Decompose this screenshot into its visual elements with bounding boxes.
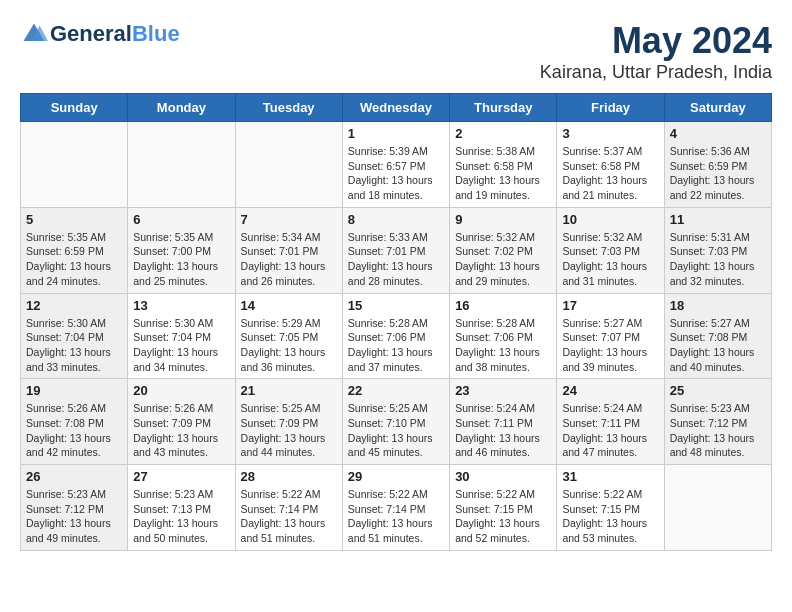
day-info: Sunrise: 5:35 AMSunset: 7:00 PMDaylight:… bbox=[133, 230, 229, 289]
page-title: May 2024 bbox=[540, 20, 772, 62]
day-number: 28 bbox=[241, 469, 337, 484]
day-info: Sunrise: 5:26 AMSunset: 7:09 PMDaylight:… bbox=[133, 401, 229, 460]
day-number: 4 bbox=[670, 126, 766, 141]
day-info: Sunrise: 5:28 AMSunset: 7:06 PMDaylight:… bbox=[455, 316, 551, 375]
calendar-cell: 10Sunrise: 5:32 AMSunset: 7:03 PMDayligh… bbox=[557, 207, 664, 293]
weekday-header-monday: Monday bbox=[128, 94, 235, 122]
calendar-cell: 30Sunrise: 5:22 AMSunset: 7:15 PMDayligh… bbox=[450, 465, 557, 551]
day-number: 11 bbox=[670, 212, 766, 227]
day-number: 8 bbox=[348, 212, 444, 227]
calendar-cell: 7Sunrise: 5:34 AMSunset: 7:01 PMDaylight… bbox=[235, 207, 342, 293]
day-info: Sunrise: 5:27 AMSunset: 7:08 PMDaylight:… bbox=[670, 316, 766, 375]
day-number: 24 bbox=[562, 383, 658, 398]
weekday-header-row: SundayMondayTuesdayWednesdayThursdayFrid… bbox=[21, 94, 772, 122]
day-number: 27 bbox=[133, 469, 229, 484]
day-info: Sunrise: 5:38 AMSunset: 6:58 PMDaylight:… bbox=[455, 144, 551, 203]
day-info: Sunrise: 5:30 AMSunset: 7:04 PMDaylight:… bbox=[26, 316, 122, 375]
day-number: 25 bbox=[670, 383, 766, 398]
day-info: Sunrise: 5:23 AMSunset: 7:13 PMDaylight:… bbox=[133, 487, 229, 546]
weekday-header-wednesday: Wednesday bbox=[342, 94, 449, 122]
logo-icon bbox=[20, 20, 48, 48]
day-info: Sunrise: 5:36 AMSunset: 6:59 PMDaylight:… bbox=[670, 144, 766, 203]
day-info: Sunrise: 5:23 AMSunset: 7:12 PMDaylight:… bbox=[26, 487, 122, 546]
weekday-header-saturday: Saturday bbox=[664, 94, 771, 122]
calendar-cell: 28Sunrise: 5:22 AMSunset: 7:14 PMDayligh… bbox=[235, 465, 342, 551]
calendar-cell: 19Sunrise: 5:26 AMSunset: 7:08 PMDayligh… bbox=[21, 379, 128, 465]
day-info: Sunrise: 5:27 AMSunset: 7:07 PMDaylight:… bbox=[562, 316, 658, 375]
day-number: 23 bbox=[455, 383, 551, 398]
calendar-cell: 22Sunrise: 5:25 AMSunset: 7:10 PMDayligh… bbox=[342, 379, 449, 465]
day-number: 18 bbox=[670, 298, 766, 313]
day-number: 30 bbox=[455, 469, 551, 484]
calendar-cell: 11Sunrise: 5:31 AMSunset: 7:03 PMDayligh… bbox=[664, 207, 771, 293]
calendar-cell: 29Sunrise: 5:22 AMSunset: 7:14 PMDayligh… bbox=[342, 465, 449, 551]
day-number: 31 bbox=[562, 469, 658, 484]
day-number: 20 bbox=[133, 383, 229, 398]
calendar-cell: 8Sunrise: 5:33 AMSunset: 7:01 PMDaylight… bbox=[342, 207, 449, 293]
weekday-header-sunday: Sunday bbox=[21, 94, 128, 122]
calendar-cell: 17Sunrise: 5:27 AMSunset: 7:07 PMDayligh… bbox=[557, 293, 664, 379]
day-info: Sunrise: 5:30 AMSunset: 7:04 PMDaylight:… bbox=[133, 316, 229, 375]
calendar-week-5: 26Sunrise: 5:23 AMSunset: 7:12 PMDayligh… bbox=[21, 465, 772, 551]
calendar-cell: 5Sunrise: 5:35 AMSunset: 6:59 PMDaylight… bbox=[21, 207, 128, 293]
day-number: 5 bbox=[26, 212, 122, 227]
day-info: Sunrise: 5:22 AMSunset: 7:14 PMDaylight:… bbox=[348, 487, 444, 546]
weekday-header-friday: Friday bbox=[557, 94, 664, 122]
day-number: 17 bbox=[562, 298, 658, 313]
title-block: May 2024 Kairana, Uttar Pradesh, India bbox=[540, 20, 772, 83]
logo: GeneralBlue bbox=[20, 20, 180, 48]
day-info: Sunrise: 5:25 AMSunset: 7:09 PMDaylight:… bbox=[241, 401, 337, 460]
day-info: Sunrise: 5:22 AMSunset: 7:15 PMDaylight:… bbox=[562, 487, 658, 546]
calendar-cell: 1Sunrise: 5:39 AMSunset: 6:57 PMDaylight… bbox=[342, 122, 449, 208]
day-info: Sunrise: 5:24 AMSunset: 7:11 PMDaylight:… bbox=[455, 401, 551, 460]
calendar-week-1: 1Sunrise: 5:39 AMSunset: 6:57 PMDaylight… bbox=[21, 122, 772, 208]
calendar-cell: 6Sunrise: 5:35 AMSunset: 7:00 PMDaylight… bbox=[128, 207, 235, 293]
calendar-cell bbox=[128, 122, 235, 208]
page-header: GeneralBlue May 2024 Kairana, Uttar Prad… bbox=[20, 20, 772, 83]
day-number: 16 bbox=[455, 298, 551, 313]
calendar-cell bbox=[235, 122, 342, 208]
day-number: 26 bbox=[26, 469, 122, 484]
day-number: 14 bbox=[241, 298, 337, 313]
day-info: Sunrise: 5:25 AMSunset: 7:10 PMDaylight:… bbox=[348, 401, 444, 460]
day-info: Sunrise: 5:32 AMSunset: 7:03 PMDaylight:… bbox=[562, 230, 658, 289]
day-number: 12 bbox=[26, 298, 122, 313]
calendar-cell: 13Sunrise: 5:30 AMSunset: 7:04 PMDayligh… bbox=[128, 293, 235, 379]
day-info: Sunrise: 5:34 AMSunset: 7:01 PMDaylight:… bbox=[241, 230, 337, 289]
calendar-cell: 23Sunrise: 5:24 AMSunset: 7:11 PMDayligh… bbox=[450, 379, 557, 465]
day-number: 6 bbox=[133, 212, 229, 227]
day-info: Sunrise: 5:26 AMSunset: 7:08 PMDaylight:… bbox=[26, 401, 122, 460]
calendar-cell: 2Sunrise: 5:38 AMSunset: 6:58 PMDaylight… bbox=[450, 122, 557, 208]
day-number: 9 bbox=[455, 212, 551, 227]
day-number: 1 bbox=[348, 126, 444, 141]
calendar-cell: 26Sunrise: 5:23 AMSunset: 7:12 PMDayligh… bbox=[21, 465, 128, 551]
calendar-week-2: 5Sunrise: 5:35 AMSunset: 6:59 PMDaylight… bbox=[21, 207, 772, 293]
calendar-cell: 16Sunrise: 5:28 AMSunset: 7:06 PMDayligh… bbox=[450, 293, 557, 379]
calendar-cell bbox=[21, 122, 128, 208]
weekday-header-tuesday: Tuesday bbox=[235, 94, 342, 122]
day-number: 3 bbox=[562, 126, 658, 141]
calendar-week-4: 19Sunrise: 5:26 AMSunset: 7:08 PMDayligh… bbox=[21, 379, 772, 465]
calendar-week-3: 12Sunrise: 5:30 AMSunset: 7:04 PMDayligh… bbox=[21, 293, 772, 379]
calendar-cell: 18Sunrise: 5:27 AMSunset: 7:08 PMDayligh… bbox=[664, 293, 771, 379]
day-number: 21 bbox=[241, 383, 337, 398]
weekday-header-thursday: Thursday bbox=[450, 94, 557, 122]
calendar-cell: 25Sunrise: 5:23 AMSunset: 7:12 PMDayligh… bbox=[664, 379, 771, 465]
calendar-cell: 21Sunrise: 5:25 AMSunset: 7:09 PMDayligh… bbox=[235, 379, 342, 465]
day-info: Sunrise: 5:29 AMSunset: 7:05 PMDaylight:… bbox=[241, 316, 337, 375]
day-number: 10 bbox=[562, 212, 658, 227]
calendar-cell: 14Sunrise: 5:29 AMSunset: 7:05 PMDayligh… bbox=[235, 293, 342, 379]
day-info: Sunrise: 5:32 AMSunset: 7:02 PMDaylight:… bbox=[455, 230, 551, 289]
day-info: Sunrise: 5:33 AMSunset: 7:01 PMDaylight:… bbox=[348, 230, 444, 289]
calendar-cell: 20Sunrise: 5:26 AMSunset: 7:09 PMDayligh… bbox=[128, 379, 235, 465]
logo-text: GeneralBlue bbox=[50, 22, 180, 46]
day-info: Sunrise: 5:22 AMSunset: 7:14 PMDaylight:… bbox=[241, 487, 337, 546]
calendar-cell: 31Sunrise: 5:22 AMSunset: 7:15 PMDayligh… bbox=[557, 465, 664, 551]
calendar-cell: 3Sunrise: 5:37 AMSunset: 6:58 PMDaylight… bbox=[557, 122, 664, 208]
day-number: 2 bbox=[455, 126, 551, 141]
day-info: Sunrise: 5:23 AMSunset: 7:12 PMDaylight:… bbox=[670, 401, 766, 460]
day-info: Sunrise: 5:31 AMSunset: 7:03 PMDaylight:… bbox=[670, 230, 766, 289]
day-info: Sunrise: 5:22 AMSunset: 7:15 PMDaylight:… bbox=[455, 487, 551, 546]
day-number: 15 bbox=[348, 298, 444, 313]
calendar-cell bbox=[664, 465, 771, 551]
